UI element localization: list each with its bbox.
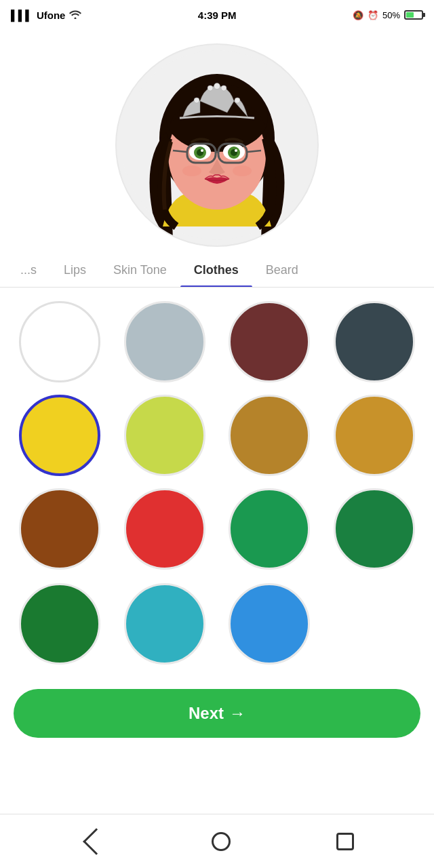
color-option-saddlebrown[interactable]	[19, 488, 100, 570]
tabs-container: ...s Lips Skin Tone Clothes Beard	[0, 254, 434, 288]
color-option-lightblue[interactable]	[124, 301, 205, 382]
color-option-white[interactable]	[19, 301, 100, 382]
tab-lips[interactable]: Lips	[50, 254, 100, 287]
status-left: ▌▌▌ Ufone	[11, 9, 81, 21]
status-bar: ▌▌▌ Ufone 4:39 PM 🔕 ⏰ 50%	[0, 0, 434, 30]
color-option-brown[interactable]	[229, 395, 310, 476]
vibrate-icon: 🔕	[353, 10, 363, 20]
color-option-darkred[interactable]	[229, 301, 310, 382]
tab-brows[interactable]: ...s	[7, 254, 50, 287]
color-option-orange[interactable]	[334, 395, 415, 476]
next-button[interactable]: Next →	[14, 689, 420, 738]
color-grid-partial	[0, 576, 434, 678]
home-icon[interactable]	[212, 832, 231, 851]
svg-point-7	[214, 83, 220, 90]
svg-point-22	[182, 165, 201, 176]
carrier-name: Ufone	[37, 9, 66, 21]
color-option-darkgreen[interactable]	[19, 583, 100, 665]
back-icon[interactable]	[83, 828, 110, 855]
color-option-red[interactable]	[124, 488, 205, 570]
color-option-yellowgreen[interactable]	[124, 395, 205, 476]
signal-icon: ▌▌▌	[11, 9, 33, 21]
status-time: 4:39 PM	[198, 9, 237, 21]
color-option-green1[interactable]	[229, 488, 310, 570]
color-option-green2[interactable]	[334, 488, 415, 570]
alarm-icon: ⏰	[368, 10, 378, 20]
color-grid	[0, 288, 434, 576]
avatar-circle	[115, 43, 319, 247]
next-button-label: Next	[189, 704, 224, 723]
wifi-icon	[69, 9, 81, 21]
svg-point-6	[208, 85, 213, 91]
bottom-nav	[0, 814, 434, 868]
battery-percent: 50%	[382, 10, 400, 20]
avatar-section	[0, 30, 434, 254]
color-option-yellow[interactable]	[19, 395, 100, 476]
svg-point-5	[194, 98, 199, 103]
tab-beard[interactable]: Beard	[252, 254, 312, 287]
tab-skintone[interactable]: Skin Tone	[100, 254, 180, 287]
svg-point-23	[233, 165, 252, 176]
color-option-darkgray[interactable]	[334, 301, 415, 382]
battery-icon	[404, 10, 423, 20]
next-arrow-icon: →	[229, 704, 245, 723]
status-right: 🔕 ⏰ 50%	[353, 10, 423, 20]
svg-point-17	[235, 149, 237, 152]
svg-point-9	[235, 98, 240, 103]
color-option-empty	[334, 583, 415, 665]
color-option-lightblue2[interactable]	[229, 583, 310, 665]
recents-icon[interactable]	[336, 833, 354, 850]
svg-point-8	[221, 85, 226, 91]
avatar-svg	[122, 50, 312, 240]
tab-clothes[interactable]: Clothes	[180, 254, 252, 287]
svg-point-13	[201, 149, 203, 152]
next-button-container: Next →	[0, 678, 434, 749]
color-option-teal[interactable]	[124, 583, 205, 665]
